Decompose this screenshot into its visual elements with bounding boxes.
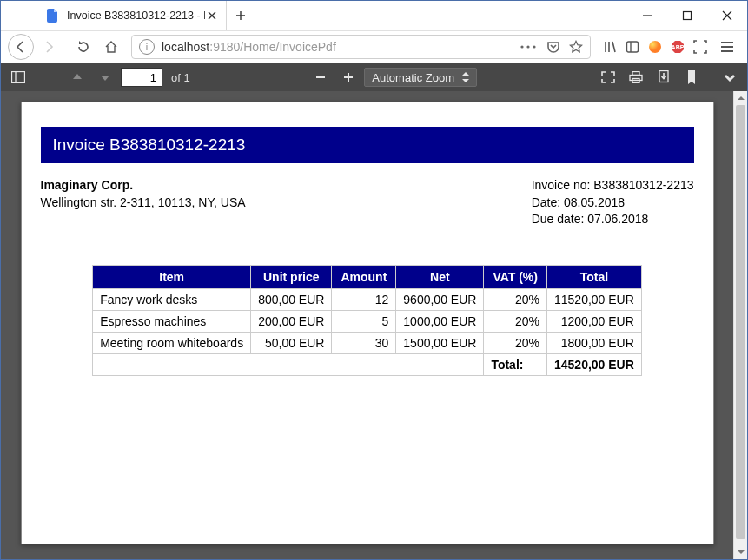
zoom-select[interactable]: Automatic Zoom [364,68,477,87]
svg-rect-4 [627,42,639,52]
invoice-banner: Invoice B383810312-2213 [41,127,694,163]
url-text: localhost:9180/Home/InvoicePdf [162,40,519,54]
cell-vat: 20% [484,332,547,353]
browser-tab[interactable]: Invoice B383810312-2213 - Invo [39,1,227,30]
zoom-out-button[interactable] [308,66,333,89]
page-number-input[interactable] [121,68,162,87]
pdf-tools-menu[interactable] [718,66,742,89]
seller-block: Imaginary Corp. Wellington str. 2-311, 1… [41,177,246,228]
cell-item: Fancy work desks [93,288,251,310]
svg-text:ABP: ABP [672,44,685,50]
cell-amount: 5 [332,310,396,332]
cell-amount: 12 [332,288,396,310]
reload-button[interactable] [70,34,96,60]
home-button[interactable] [98,34,124,60]
print-button[interactable] [624,66,648,89]
back-button[interactable] [8,34,34,60]
cell-total: 1200,00 EUR [546,310,641,332]
next-page-button [93,66,117,89]
browser-nav-toolbar: i localhost:9180/Home/InvoicePdf ABP [1,30,747,63]
svg-rect-8 [12,72,25,83]
cell-total: 11520,00 EUR [546,288,641,310]
invoice-no: B383810312-2213 [593,178,693,192]
svg-point-5 [649,41,661,53]
col-amount: Amount [332,265,396,288]
svg-rect-10 [630,76,642,81]
cell-net: 9600,00 EUR [396,288,484,310]
invoice-meta: Invoice no: B383810312-2213 Date: 08.05.… [532,177,694,228]
new-tab-button[interactable] [227,1,255,30]
page-total-label: of 1 [171,71,190,84]
close-window-button[interactable] [707,2,747,30]
cell-unit-price: 800,00 EUR [251,288,332,310]
cell-vat: 20% [484,310,547,332]
company-address: Wellington str. 2-311, 10113, NY, USA [41,194,246,212]
col-net: Net [396,265,484,288]
company-name: Imaginary Corp. [41,177,246,194]
address-bar[interactable]: i localhost:9180/Home/InvoicePdf [131,35,591,59]
library-icon[interactable] [603,40,617,54]
pocket-icon[interactable] [546,40,560,54]
svg-rect-0 [684,12,692,20]
invoice-due-label: Due date: [532,212,588,226]
adblock-icon[interactable]: ABP [671,40,685,54]
cell-total: 1800,00 EUR [546,332,641,353]
bookmark-star-icon[interactable] [569,40,583,54]
invoice-no-label: Invoice no: [532,178,594,192]
presentation-mode-button[interactable] [596,66,620,89]
svg-point-2 [526,45,529,48]
col-total: Total [546,265,641,288]
invoice-table: Item Unit price Amount Net VAT (%) Total… [92,265,642,376]
cell-item: Meeting room whiteboards [93,332,251,353]
invoice-info-row: Imaginary Corp. Wellington str. 2-311, 1… [41,177,694,228]
zoom-select-label: Automatic Zoom [372,71,454,84]
window-titlebar: Invoice B383810312-2213 - Invo [1,1,747,30]
pdf-viewer-toolbar: of 1 Automatic Zoom [1,63,747,91]
minimize-button[interactable] [627,2,667,30]
cell-vat: 20% [484,288,547,310]
tab-close-icon[interactable] [205,9,219,23]
caption-buttons [627,2,747,30]
prev-page-button [65,66,89,89]
svg-point-1 [520,45,523,48]
cell-net: 1500,00 EUR [396,332,484,353]
page-actions-icon[interactable] [519,43,538,50]
chevron-updown-icon [462,72,469,82]
cell-amount: 30 [332,332,396,353]
col-vat: VAT (%) [484,265,547,288]
col-unit-price: Unit price [251,265,332,288]
cell-net: 1000,00 EUR [396,310,484,332]
svg-point-3 [533,45,535,48]
pdf-page: Invoice B383810312-2213 Imaginary Corp. … [21,102,714,544]
forward-button [36,34,62,60]
zoom-in-button[interactable] [336,66,361,89]
firefox-account-icon[interactable] [648,40,662,54]
scrollbar-up-button[interactable] [734,91,747,105]
screenshot-icon[interactable] [693,40,707,54]
download-button[interactable] [652,66,676,89]
scrollbar-thumb[interactable] [736,105,745,539]
pdf-file-icon [46,9,60,23]
grand-total: 14520,00 EUR [546,353,641,375]
cell-unit-price: 200,00 EUR [251,310,332,332]
sidebar-icon[interactable] [626,40,639,54]
invoice-date-label: Date: [532,195,564,209]
bookmark-button[interactable] [679,66,704,89]
table-header-row: Item Unit price Amount Net VAT (%) Total [93,265,642,288]
cell-item: Espresso machines [93,310,251,332]
cell-unit-price: 50,00 EUR [251,332,332,353]
pdf-viewer-area[interactable]: Invoice B383810312-2213 Imaginary Corp. … [1,91,733,559]
table-row: Espresso machines 200,00 EUR 5 1000,00 E… [93,310,642,332]
table-row: Meeting room whiteboards 50,00 EUR 30 15… [93,332,642,353]
invoice-date: 08.05.2018 [564,195,625,209]
maximize-button[interactable] [667,2,707,30]
table-total-row: Total: 14520,00 EUR [93,353,642,375]
site-identity-icon[interactable]: i [139,39,155,55]
invoice-due: 07.06.2018 [587,212,648,226]
scrollbar-down-button[interactable] [734,545,747,559]
col-item: Item [93,265,251,288]
hamburger-menu-icon[interactable] [714,34,740,60]
vertical-scrollbar[interactable] [733,91,747,559]
tab-title: Invoice B383810312-2213 - Invo [67,10,205,22]
pdf-sidebar-toggle[interactable] [6,66,30,89]
